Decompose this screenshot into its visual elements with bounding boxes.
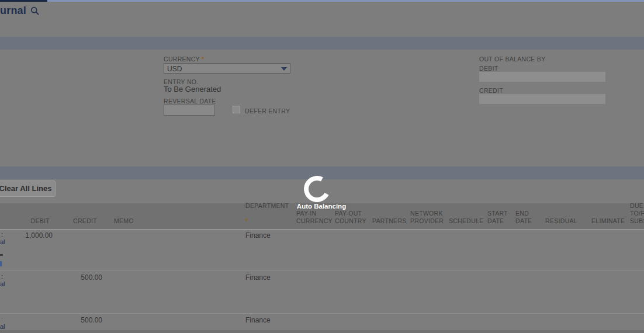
department-required-asterisk: * (245, 217, 248, 224)
column-header-end-date: END DATE (515, 210, 540, 225)
column-header-department: DEPARTMENT * (245, 195, 295, 225)
search-icon[interactable] (30, 6, 40, 16)
column-header-memo: MEMO (114, 217, 155, 225)
out-of-balance-credit-label: CREDIT (479, 87, 503, 94)
account-text-fragment: al (0, 323, 5, 330)
out-of-balance-debit-label: DEBIT (479, 65, 498, 72)
currency-select[interactable]: USD (164, 63, 290, 74)
loading-message: Auto Balancing (281, 203, 362, 210)
account-text-fragment: : (1, 231, 3, 238)
defer-entry-label: DEFER ENTRY (245, 107, 290, 115)
table-row[interactable]: : al 500.00 Finance (0, 271, 644, 313)
out-of-balance-credit-input (479, 94, 605, 104)
account-text-fragment: al (0, 238, 5, 245)
cutoff-artifact (0, 254, 3, 256)
cutoff-artifact (0, 261, 2, 266)
column-header-schedule: SCHEDULE (449, 217, 485, 225)
account-text-fragment: : (1, 315, 3, 322)
row-divider (0, 313, 644, 314)
column-header-partners: PARTNERS (372, 217, 408, 225)
column-header-credit: CREDIT (61, 217, 99, 225)
currency-required-asterisk: * (202, 56, 204, 63)
section-header-bar (0, 37, 644, 50)
column-header-eliminate: ELIMINATE (591, 217, 628, 225)
entry-no-value: To Be Generated (164, 85, 221, 93)
account-text-fragment: : (1, 273, 3, 280)
out-of-balance-debit-input (479, 72, 605, 82)
currency-label-text: CURRENCY (164, 56, 200, 63)
credit-cell: 500.00 (61, 316, 102, 324)
top-accent-bar-light-segment (47, 0, 644, 2)
clear-all-lines-button[interactable]: Clear All Lines (0, 181, 56, 197)
department-cell: Finance (245, 273, 298, 282)
dropdown-arrow-icon (281, 67, 287, 71)
reversal-date-input[interactable] (164, 105, 215, 116)
top-accent-bar-dark-segment (0, 0, 47, 2)
table-row[interactable]: : al 1,000.00 Finance (0, 230, 644, 270)
column-header-debit: DEBIT (12, 217, 50, 225)
column-header-network-provider: NETWORK PROVIDER (410, 210, 446, 225)
column-header-pay-in-currency: PAY-IN CURRENCY (296, 210, 333, 225)
column-header-due-to-from-subsidiary: DUE TO/FR SUBS (630, 202, 644, 225)
debit-cell: 1,000.00 (12, 231, 53, 240)
account-text-fragment: al (0, 280, 5, 287)
journal-entry-screen: urnal CURRENCY * USD ENTRY NO. To Be Gen… (0, 0, 644, 333)
out-of-balance-title: OUT OF BALANCE BY (479, 56, 545, 63)
row-divider (0, 270, 644, 270)
column-header-start-date: START DATE (487, 210, 512, 225)
column-header-residual: RESIDUAL (543, 217, 577, 225)
defer-entry-checkbox[interactable] (233, 106, 240, 113)
top-accent-bar (0, 0, 644, 2)
department-cell: Finance (245, 231, 298, 240)
horizontal-scrollbar[interactable] (0, 330, 644, 333)
department-cell: Finance (245, 316, 298, 324)
currency-select-value: USD (167, 65, 182, 73)
currency-label: CURRENCY * (164, 56, 204, 63)
page-title: urnal (0, 5, 26, 17)
reversal-date-label: REVERSAL DATE (164, 98, 216, 105)
column-header-pay-out-country: PAY-OUT COUNTRY (335, 210, 371, 225)
credit-cell: 500.00 (61, 273, 102, 282)
